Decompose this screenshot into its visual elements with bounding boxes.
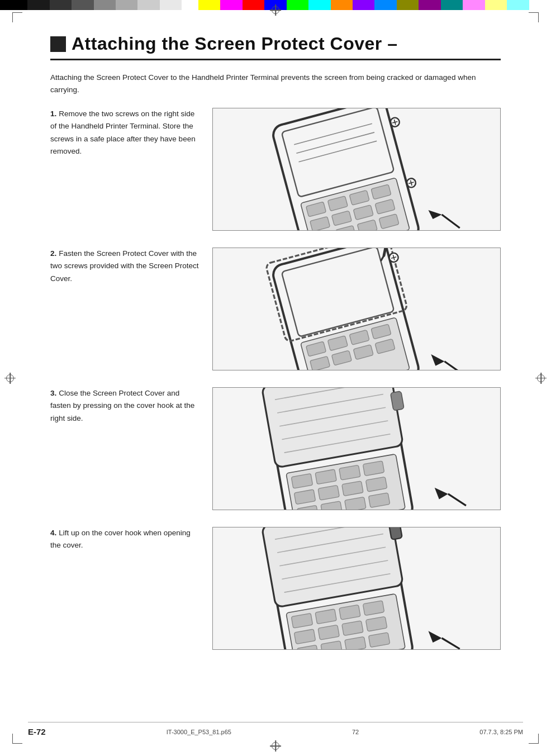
svg-rect-46 [262,387,403,468]
step-2-text: 2. Fasten the Screen Protect Cover with … [50,248,201,285]
main-content: Attaching the Screen Protect Cover – Att… [22,34,529,650]
step-1-svg [213,108,500,231]
corner-mark-br [529,734,539,744]
page-container: Attaching the Screen Protect Cover – Att… [0,0,551,756]
svg-line-44 [444,361,462,370]
step-4-text: 4. Lift up on the cover hook when openin… [50,527,201,552]
step-3-svg [213,387,500,510]
step-2-svg [213,248,500,370]
step-4: 4. Lift up on the cover hook when openin… [50,527,501,650]
step-4-svg [213,527,500,650]
intro-text: Attaching the Screen Protect Cover to th… [50,72,501,96]
svg-line-3 [296,132,374,153]
reg-mark-left [4,373,16,384]
step-2: 2. Fasten the Screen Protect Cover with … [50,248,501,370]
corner-mark-tl [12,12,22,22]
svg-line-92 [442,638,460,649]
step-3-number: 3. [50,389,56,397]
step-3-text: 3. Close the Screen Protect Cover and fa… [50,387,201,425]
svg-marker-43 [431,354,444,366]
reg-mark-bottom [270,740,281,752]
svg-marker-91 [429,631,442,643]
step-1-text: 1. Remove the two screws on the right si… [50,108,201,158]
page-code: E-72 [28,727,46,736]
svg-marker-24 [429,210,442,218]
step-2-number: 2. [50,249,56,258]
corner-mark-tr [529,12,539,22]
title-area: Attaching the Screen Protect Cover – [50,34,501,60]
step-1: 1. Remove the two screws on the right si… [50,108,501,231]
title-icon [50,36,66,52]
reg-mark-top [270,4,281,16]
page-title: Attaching the Screen Protect Cover – [72,34,397,54]
svg-rect-69 [262,527,403,607]
step-4-description: Lift up on the cover hook when opening t… [50,529,191,549]
step-2-image [212,248,501,370]
date-info: 07.7.3, 8:25 PM [479,729,523,735]
svg-line-25 [442,215,460,228]
reg-mark-right [535,373,547,384]
svg-line-67 [448,494,466,506]
step-1-number: 1. [50,110,56,118]
svg-line-2 [294,123,372,144]
step-1-image [212,108,501,231]
file-info: IT-3000_E_P53_81.p65 [167,729,231,735]
svg-marker-66 [435,487,448,499]
step-3: 3. Close the Screen Protect Cover and fa… [50,387,501,510]
step-2-description: Fasten the Screen Protect Cover with the… [50,249,199,283]
step-3-image [212,387,501,510]
page-num: 72 [352,729,359,735]
step-3-description: Close the Screen Protect Cover and faste… [50,389,194,422]
page-footer: E-72 IT-3000_E_P53_81.p65 72 07.7.3, 8:2… [28,722,523,736]
step-4-image [212,527,501,650]
corner-mark-bl [12,734,22,744]
svg-line-4 [299,141,377,161]
step-4-number: 4. [50,529,56,537]
step-1-description: Remove the two screws on the right side … [50,110,196,155]
